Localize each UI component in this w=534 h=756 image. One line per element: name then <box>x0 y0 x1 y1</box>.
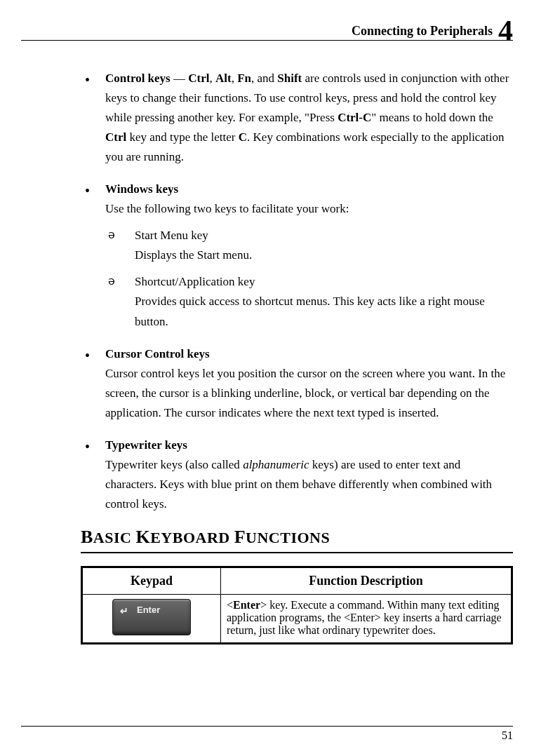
cell-enter-description: <Enter> key. Execute a command. Within m… <box>221 594 512 643</box>
cursor-keys-desc: Cursor control keys let you position the… <box>105 367 505 419</box>
page-number: 51 <box>502 729 513 741</box>
enter-arrow-icon: ↵ <box>120 605 128 616</box>
section-rule <box>81 552 513 553</box>
keyboard-functions-table: Keypad Function Description ↵ Enter <Ent… <box>81 566 513 644</box>
page-header: Connecting to Peripherals 4 <box>21 14 513 41</box>
cell-enter-key-image: ↵ Enter <box>82 594 221 643</box>
enter-key-icon: ↵ Enter <box>112 599 191 635</box>
section-heading: BASIC KEYBOARD FUNCTIONS <box>81 527 513 548</box>
bullet-typewriter-keys: Typewriter keys Typewriter keys (also ca… <box>81 436 513 514</box>
cursor-keys-title: Cursor Control keys <box>105 347 210 360</box>
bullet-windows-keys: Windows keys Use the following two keys … <box>81 180 513 331</box>
typewriter-keys-title: Typewriter keys <box>105 438 187 452</box>
th-function: Function Description <box>221 567 512 594</box>
header-title: Connecting to Peripherals <box>352 24 493 38</box>
sub-start-menu: Start Menu key Displays the Start menu. <box>105 226 513 265</box>
chapter-number: 4 <box>498 20 513 43</box>
th-keypad: Keypad <box>82 567 221 594</box>
windows-keys-desc: Use the following two keys to facilitate… <box>105 202 349 215</box>
bullet-cursor-keys: Cursor Control keys Cursor control keys … <box>81 344 513 423</box>
windows-keys-title: Windows keys <box>105 182 178 196</box>
page-footer: 51 <box>21 726 513 742</box>
bullet-control-keys: Control keys — Ctrl, Alt, Fn, and Shift … <box>81 69 513 167</box>
sub-shortcut-key: Shortcut/Application key Provides quick … <box>105 272 513 331</box>
body-content: Control keys — Ctrl, Alt, Fn, and Shift … <box>21 69 513 644</box>
control-keys-title: Control keys <box>105 72 171 85</box>
